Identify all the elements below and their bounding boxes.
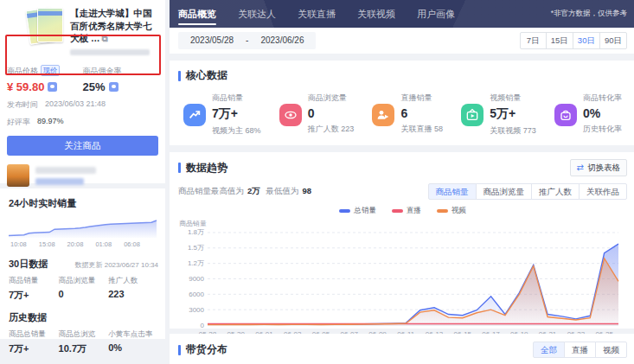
svg-text:0: 0 bbox=[201, 322, 205, 329]
trend-min-value: 98 bbox=[302, 186, 311, 195]
video-icon bbox=[461, 104, 484, 126]
publish-time-row: 发布时间 2023/06/03 21:48 bbox=[0, 99, 165, 111]
bag-icon bbox=[554, 104, 577, 126]
core-data-title: 核心数据 bbox=[178, 68, 625, 83]
svg-text:9000: 9000 bbox=[189, 275, 204, 283]
price-label: 商品价格 bbox=[7, 67, 38, 75]
publish-label: 发布时间 bbox=[7, 99, 38, 111]
distribution-filters: 全部 直播 视频 bbox=[533, 342, 627, 358]
range-7d-button[interactable]: 7日 bbox=[520, 32, 547, 49]
day30-title: 30日数据 bbox=[9, 258, 48, 271]
trend-tab-promoters[interactable]: 推广人数 bbox=[531, 183, 580, 200]
metric-video-sales: 视频销量 5万+ 关联视频 773 bbox=[461, 93, 536, 137]
metric-product-sales: 商品销量 7万+ 视频为主 68% bbox=[183, 93, 261, 137]
trend-tab-related-works[interactable]: 关联作品 bbox=[579, 183, 627, 200]
realtime-sales-chart bbox=[5, 214, 160, 239]
trend-max-value: 2万 bbox=[247, 186, 260, 195]
svg-text:商品销量: 商品销量 bbox=[179, 220, 207, 227]
range-30d-button[interactable]: 30日 bbox=[573, 32, 600, 49]
shop-avatar bbox=[7, 164, 29, 187]
follow-product-button[interactable]: 关注商品 bbox=[7, 136, 158, 156]
swap-icon: ⇄ bbox=[577, 160, 584, 176]
commission-value: 25% bbox=[83, 80, 106, 93]
tab-user-profile[interactable]: 用户画像 bbox=[417, 1, 455, 27]
shop-row[interactable] bbox=[0, 156, 165, 187]
day30-stats: 商品销量7万+ 商品浏览量0 推广人数223 bbox=[0, 271, 165, 302]
legend-total-sales[interactable]: 总销量 bbox=[339, 206, 376, 216]
product-category-redacted bbox=[70, 49, 150, 55]
price-value: ¥ 59.80 bbox=[7, 80, 44, 93]
data-update-time: 数据更新 2023/06/27 10:34 bbox=[74, 260, 158, 270]
core-metrics: 商品销量 7万+ 视频为主 68% 商品浏览量 0 推广人数 223 直播销量 … bbox=[178, 83, 625, 137]
top-nav: 商品概览 关联达人 关联直播 关联视频 用户画像 *非官方数据，仅供参考 bbox=[170, 0, 634, 28]
tab-product-overview[interactable]: 商品概览 bbox=[178, 1, 216, 27]
trend-tab-product-views[interactable]: 商品浏览量 bbox=[476, 183, 533, 200]
range-90d-button[interactable]: 90日 bbox=[599, 32, 627, 49]
tab-related-influencers[interactable]: 关联达人 bbox=[238, 1, 276, 27]
metric-live-sales: 直播销量 6 关联直播 58 bbox=[372, 93, 443, 137]
product-image[interactable] bbox=[28, 7, 64, 45]
sidebar-stats-card: 24小时实时销量 10:0815:0820:0801:0806:08 30日数据… bbox=[0, 188, 165, 339]
legend-video[interactable]: 视频 bbox=[437, 206, 466, 216]
chart-legend: 总销量 直播 视频 bbox=[178, 206, 627, 216]
tab-related-videos[interactable]: 关联视频 bbox=[357, 1, 395, 27]
svg-text:6000: 6000 bbox=[189, 291, 204, 298]
legend-live[interactable]: 直播 bbox=[392, 206, 421, 216]
shop-link-redacted bbox=[35, 178, 84, 185]
toolbar: 2023/05/28 - 2023/06/26 7日 15日 30日 90日 bbox=[170, 28, 634, 54]
range-button-group: 7日 15日 30日 90日 bbox=[520, 32, 627, 49]
product-info-card: 【走进大学城】中国百所优秀名牌大学七大板 …⧉ 商品价格现价 ¥ 59.80 商… bbox=[0, 0, 165, 183]
price-tip-icon[interactable] bbox=[48, 82, 57, 92]
trend-metric-tabs: 商品销量 商品浏览量 推广人数 关联作品 bbox=[428, 183, 628, 200]
filter-video[interactable]: 视频 bbox=[595, 342, 627, 358]
eye-icon bbox=[279, 104, 302, 126]
svg-text:1.5万: 1.5万 bbox=[188, 244, 204, 252]
realtime-chart-title: 24小时实时销量 bbox=[0, 188, 165, 210]
copy-icon[interactable]: ⧉ bbox=[101, 34, 107, 43]
rating-value: 89.97% bbox=[37, 117, 64, 128]
trend-tab-product-sales[interactable]: 商品销量 bbox=[428, 183, 477, 200]
distribution-card: 带货分布 全部 直播 视频 bbox=[170, 334, 634, 364]
unofficial-data-note: *非官方数据，仅供参考 bbox=[551, 9, 627, 19]
product-title: 【走进大学城】中国百所优秀名牌大学七大板 …⧉ bbox=[70, 7, 160, 45]
svg-text:1.8万: 1.8万 bbox=[188, 228, 204, 236]
metric-product-views: 商品浏览量 0 推广人数 223 bbox=[279, 93, 355, 137]
history-stats: 商品总销量7万+ 商品总浏览10.7万 小黄车点击率0% bbox=[0, 324, 165, 355]
data-trend-card: 数据趋势 ⇄切换表格 商品销量最高值为2万 最低值为98 商品销量 商品浏览量 … bbox=[170, 152, 634, 329]
commission-tip-icon[interactable] bbox=[109, 82, 118, 92]
trend-line-chart[interactable]: 商品销量03000600090001.2万1.5万1.8万05-2805-300… bbox=[178, 218, 627, 339]
range-15d-button[interactable]: 15日 bbox=[546, 32, 573, 49]
switch-table-button[interactable]: ⇄切换表格 bbox=[570, 159, 627, 176]
rating-row: 好评率 89.97% bbox=[0, 117, 165, 128]
date-range-picker[interactable]: 2023/05/28 - 2023/06/26 bbox=[178, 32, 316, 49]
price-row: 商品价格现价 ¥ 59.80 商品佣金率 25% bbox=[0, 55, 165, 93]
filter-all[interactable]: 全部 bbox=[533, 342, 565, 358]
commission-label: 商品佣金率 bbox=[83, 67, 122, 75]
trend-icon bbox=[183, 104, 206, 126]
metric-conversion-rate: 商品转化率 0% 历史转化率 bbox=[554, 93, 622, 137]
tab-related-lives[interactable]: 关联直播 bbox=[298, 1, 336, 27]
date-separator: - bbox=[246, 32, 248, 49]
live-icon bbox=[372, 104, 394, 126]
filter-live[interactable]: 直播 bbox=[564, 342, 596, 358]
publish-time: 2023/06/03 21:48 bbox=[45, 99, 106, 111]
rating-label: 好评率 bbox=[7, 117, 30, 128]
realtime-x-labels: 10:0815:0820:0801:0806:08 bbox=[10, 240, 140, 248]
current-price-tag: 现价 bbox=[41, 65, 60, 76]
history-title: 历史数据 bbox=[9, 311, 47, 324]
product-header: 【走进大学城】中国百所优秀名牌大学七大板 …⧉ bbox=[0, 0, 165, 47]
svg-text:3000: 3000 bbox=[189, 306, 204, 314]
shop-name-redacted bbox=[35, 167, 96, 174]
core-data-card: 核心数据 商品销量 7万+ 视频为主 68% 商品浏览量 0 推广人数 223 … bbox=[170, 61, 634, 145]
svg-text:1.2万: 1.2万 bbox=[188, 259, 204, 267]
date-end: 2023/06/26 bbox=[260, 32, 304, 49]
date-start: 2023/05/28 bbox=[190, 32, 234, 49]
trend-title: 数据趋势 bbox=[178, 161, 227, 176]
distribution-title: 带货分布 bbox=[178, 342, 227, 357]
trend-summary: 商品销量最高值为2万 最低值为98 bbox=[178, 186, 315, 197]
